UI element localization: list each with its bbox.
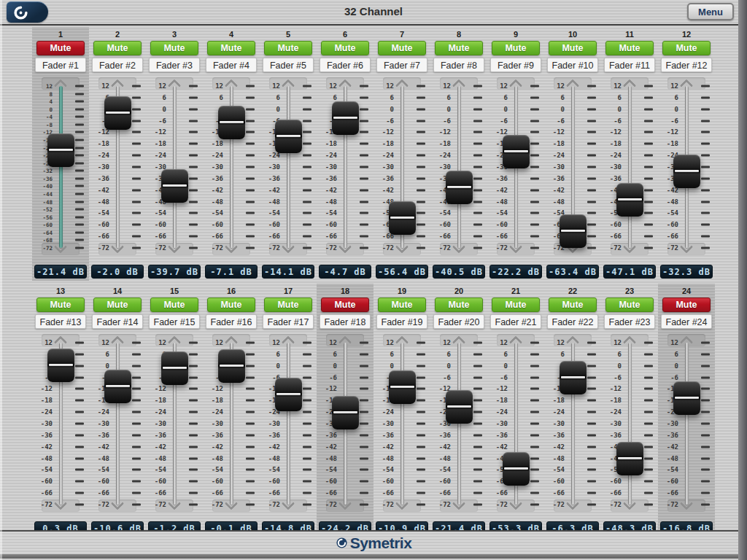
scale-tick-label: -36 xyxy=(375,432,394,439)
tick-mark xyxy=(701,353,710,355)
fader-handle[interactable] xyxy=(275,120,302,153)
fader-track[interactable] xyxy=(287,343,290,505)
mute-button[interactable]: Mute xyxy=(662,41,711,55)
scale-tick-label: -24 xyxy=(603,408,622,416)
fader-handle[interactable] xyxy=(161,351,188,385)
fader-handle[interactable] xyxy=(389,201,416,235)
tick-mark xyxy=(132,365,141,367)
scale-tick-label: -30 xyxy=(375,163,394,171)
fader-track[interactable] xyxy=(628,343,632,505)
tick-mark xyxy=(303,189,311,191)
channel-number: 1 xyxy=(58,29,63,40)
mute-button[interactable]: Mute xyxy=(321,41,369,55)
scale-tick-label: 12 xyxy=(318,339,337,346)
mute-button[interactable]: Mute xyxy=(264,41,312,55)
tick-mark xyxy=(246,457,255,459)
scale-tick-label: 0 xyxy=(489,106,508,113)
scale-tick-label: -12 xyxy=(34,385,53,392)
scale-tick-label: -72 xyxy=(432,501,451,508)
fader-handle[interactable] xyxy=(503,452,530,486)
scale-tick-label: -12 xyxy=(375,128,394,136)
mute-button[interactable]: Mute xyxy=(207,298,255,312)
fader-handle[interactable] xyxy=(673,381,700,415)
scale-tick-label: -6 xyxy=(546,117,565,125)
fader-handle[interactable] xyxy=(218,349,245,383)
mute-button[interactable]: Mute xyxy=(492,41,540,55)
mute-button[interactable]: Mute xyxy=(549,41,597,55)
db-readout: -7.1 dB xyxy=(205,265,258,279)
mute-button[interactable]: Mute xyxy=(435,298,483,312)
scale-tick-label: -40 xyxy=(34,183,53,190)
fader-handle[interactable] xyxy=(161,169,188,203)
scale-tick-label: -30 xyxy=(375,420,394,427)
scale-tick-label: -12 xyxy=(659,128,678,136)
scale-tick-label: -54 xyxy=(90,466,109,473)
fader-track[interactable] xyxy=(116,343,120,505)
fader-handle[interactable] xyxy=(616,183,643,217)
scale-tick-label: 0 xyxy=(261,106,280,113)
tick-mark xyxy=(417,376,425,378)
channel-strip: 12 Mute Fader #12 1260-6-12-18-24-30-36-… xyxy=(658,27,715,281)
fader-handle[interactable] xyxy=(104,96,131,130)
mute-button[interactable]: Mute xyxy=(264,298,312,312)
mute-button[interactable]: Mute xyxy=(378,298,426,312)
fader-track[interactable] xyxy=(173,86,177,248)
scale-tick-label: -24 xyxy=(261,152,280,159)
fader-handle[interactable] xyxy=(560,361,587,394)
fader-handle[interactable] xyxy=(673,155,700,188)
fader-handle[interactable] xyxy=(47,133,74,167)
mute-button[interactable]: Mute xyxy=(435,41,483,55)
scale-tick-label: 12 xyxy=(546,82,565,90)
fader-name: Fader #5 xyxy=(263,58,314,72)
menu-button[interactable]: Menu xyxy=(687,3,734,20)
channel-number: 12 xyxy=(682,29,691,40)
mute-button[interactable]: Mute xyxy=(321,298,369,312)
mute-button[interactable]: Mute xyxy=(492,298,540,312)
channel-number: 9 xyxy=(514,29,518,40)
fader-handle[interactable] xyxy=(275,378,302,411)
tick-mark xyxy=(360,492,368,494)
mute-button[interactable]: Mute xyxy=(605,41,654,55)
tick-mark xyxy=(189,155,198,157)
fader-handle[interactable] xyxy=(446,171,473,204)
mute-button[interactable]: Mute xyxy=(662,298,711,312)
fader-handle[interactable] xyxy=(389,370,416,404)
mute-button[interactable]: Mute xyxy=(93,41,142,55)
tick-mark xyxy=(587,365,596,367)
fader-handle[interactable] xyxy=(332,101,359,135)
tick-mark xyxy=(75,469,84,471)
mute-button[interactable]: Mute xyxy=(378,41,426,55)
fader-handle[interactable] xyxy=(218,106,245,139)
mute-button[interactable]: Mute xyxy=(549,298,597,312)
mute-button[interactable]: Mute xyxy=(207,41,255,55)
mute-button[interactable]: Mute xyxy=(605,298,654,312)
mute-button[interactable]: Mute xyxy=(93,298,142,312)
mute-button[interactable]: Mute xyxy=(36,298,85,312)
tick-mark xyxy=(246,342,255,344)
fader-track[interactable] xyxy=(685,343,689,505)
fader-handle[interactable] xyxy=(332,396,359,429)
fader-handle[interactable] xyxy=(104,370,131,403)
fader-handle[interactable] xyxy=(47,349,74,382)
scale-tick-label: -36 xyxy=(546,175,565,182)
tick-mark xyxy=(587,177,596,179)
fader-track[interactable] xyxy=(457,86,461,248)
mute-button[interactable]: Mute xyxy=(36,41,85,55)
tick-mark xyxy=(701,224,710,226)
fader-handle[interactable] xyxy=(616,442,643,475)
channel-strip: 18 Mute Fader #18 1260-6-12-18-24-30-36-… xyxy=(317,284,374,537)
mute-button[interactable]: Mute xyxy=(150,298,198,312)
channel-strip: 4 Mute Fader #4 1260-6-12-18-24-30-36-42… xyxy=(203,27,260,281)
tick-mark xyxy=(360,457,368,459)
fader-handle[interactable] xyxy=(560,214,587,248)
scale-tick-label: -72 xyxy=(261,244,280,252)
mute-button[interactable]: Mute xyxy=(150,41,198,55)
fader-track[interactable] xyxy=(400,343,404,505)
scale-tick-label: -6 xyxy=(489,374,508,381)
tick-mark xyxy=(246,131,255,133)
tick-mark xyxy=(701,446,710,448)
fader-track[interactable] xyxy=(628,86,632,248)
fader-handle[interactable] xyxy=(446,390,473,424)
fader-handle[interactable] xyxy=(503,135,530,168)
fader-track[interactable] xyxy=(287,86,290,248)
